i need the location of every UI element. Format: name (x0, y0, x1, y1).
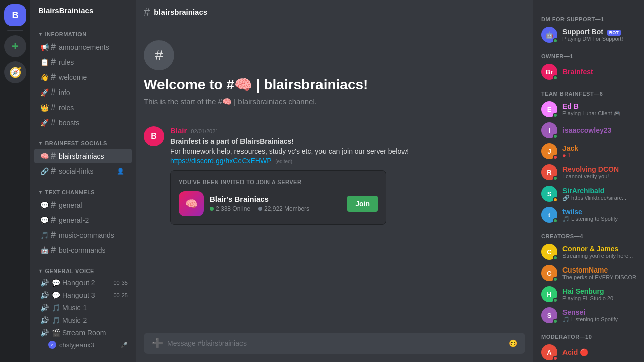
chat-input-field[interactable] (167, 339, 505, 347)
hash-icon: # (51, 102, 56, 113)
member-avatar-hai-senburg: H (541, 286, 557, 302)
channel-item-roles[interactable]: 👑 # roles (34, 100, 132, 115)
voice-channel-name-hangout-3: Hangout 3 (62, 291, 112, 299)
chevron-icon: ▼ (38, 141, 43, 146)
member-item-sirchibald[interactable]: S SirArchibald 🔗 https://linktr.ee/sirar… (537, 184, 640, 204)
server-icon-main[interactable]: B (4, 4, 26, 26)
server-divider (7, 30, 23, 31)
message-author-blair[interactable]: Blair (170, 126, 187, 135)
channel-item-social-links[interactable]: 🔗 # social-links 👤+ (34, 164, 132, 178)
member-status-customname: The perks of EVERY DISCORD... (562, 274, 636, 280)
channel-item-boosts[interactable]: 🚀 # boosts (34, 115, 132, 130)
member-item-hai-senburg[interactable]: H Hai Senburg Playing FL Studio 20 (537, 284, 640, 304)
invite-label: You've been invited to join a server (179, 179, 378, 185)
channel-item-music-commands[interactable]: 🎵 # music-commands (34, 228, 132, 242)
member-item-ed-b[interactable]: E Ed B Playing Lunar Client 🎮 (537, 99, 640, 119)
hash-icon: # (51, 57, 56, 67)
channel-name-social-links: social-links (59, 167, 115, 175)
voice-icon: 🔊 (40, 291, 49, 299)
channel-item-general-2[interactable]: 💬 # general-2 (34, 213, 132, 227)
member-avatar-sensei: S (541, 307, 557, 323)
voice-channel-music-1[interactable]: 🔊 🎵 Music 1 (34, 302, 132, 314)
channel-group-header-text[interactable]: ▼ Text Channels (30, 187, 136, 197)
channel-item-blairsbrainiacs[interactable]: 🧠 # blairsbrainiacs (34, 149, 132, 163)
hash-icon: # (51, 151, 56, 161)
member-item-customname[interactable]: C CustomName The perks of EVERY DISCORD.… (537, 263, 640, 283)
member-avatar-support-bot: 🤖 (541, 27, 557, 43)
message-link-blair[interactable]: https://discord.gg/hxCcCxEHWP (170, 157, 271, 165)
voice-channel-name-hangout-2: Hangout 2 (62, 279, 112, 287)
member-name-sensei: Sensei (562, 308, 636, 316)
member-item-revolving[interactable]: R Revolving DCON I cannot verify you! (537, 162, 640, 183)
status-dot-connor-james (553, 255, 558, 260)
invite-members-count: 22,922 Members (264, 205, 309, 212)
add-server-button[interactable]: + (4, 35, 26, 57)
channel-extra-social-links: 👤+ (117, 168, 128, 175)
chevron-icon: ▼ (38, 190, 43, 195)
member-status-jack: ● 1 (562, 152, 636, 158)
member-item-twilse[interactable]: t twilse 🎵 Listening to Spotify (537, 205, 640, 225)
main-content: # blairsbrainiacs # Welcome to #🧠 | blai… (136, 0, 533, 362)
member-info-sirchibald: SirArchibald 🔗 https://linktr.ee/sirarc.… (562, 187, 636, 201)
voice-channel-music-2[interactable]: 🔊 🎵 Music 2 (34, 314, 132, 326)
member-info-hai-senburg: Hai Senburg Playing FL Studio 20 (562, 287, 636, 301)
channel-emoji-bot-commands: 🤖 (40, 246, 49, 254)
member-avatar-acid: A (541, 344, 557, 360)
emoji-icon[interactable]: 😊 (509, 339, 517, 347)
channel-item-welcome[interactable]: 👋 # welcome (34, 70, 132, 84)
member-avatar-customname: C (541, 265, 557, 281)
voice-user-chstyjeanx3[interactable]: c chstyjeanx3 🎤 (34, 339, 132, 350)
member-info-isaac: isaaccowley23 (562, 126, 636, 134)
voice-user-name-chstyjeanx3: chstyjeanx3 (59, 341, 94, 349)
channel-group-header-information[interactable]: ▼ Information (30, 29, 136, 39)
member-avatar-twilse: t (541, 207, 557, 223)
channel-item-rules[interactable]: 📋 # rules (34, 55, 132, 69)
channel-group-header-voice[interactable]: ▼ General Voice (30, 266, 136, 276)
member-name-isaac: isaaccowley23 (562, 126, 636, 134)
channel-welcome: # Welcome to #🧠 | blairsbrainiacs! This … (144, 32, 525, 118)
user-avatar-chstyjeanx3: c (48, 341, 56, 349)
channel-emoji-music-commands: 🎵 (40, 231, 49, 239)
channel-name-bot-commands: bot-commands (59, 246, 128, 254)
channel-item-bot-commands[interactable]: 🤖 # bot-commands (34, 243, 132, 257)
member-item-jack[interactable]: J Jack ● 1 (537, 141, 640, 161)
member-item-sensei[interactable]: S Sensei 🎵 Listening to Spotify (537, 305, 640, 325)
message-body-blair: For homework help, resources, study vc's… (170, 147, 409, 155)
plus-icon[interactable]: ➕ (152, 338, 163, 349)
hash-icon: # (51, 87, 56, 98)
voice-icon: 🔊 (40, 304, 49, 312)
invite-stat-online: 2,338 Online (210, 205, 250, 212)
message-content-blair: Blair 02/01/2021 Brainfest is a part of … (170, 126, 525, 225)
voice-icon: 🔊 (40, 279, 49, 287)
member-item-isaac[interactable]: i isaaccowley23 (537, 120, 640, 140)
member-avatar-isaac: i (541, 122, 557, 138)
channel-name-roles: roles (59, 104, 128, 112)
channel-group-header-brainfest-socials[interactable]: ▼ Brainfest Socials (30, 138, 136, 148)
member-item-support-bot[interactable]: 🤖 Support Bot BOT Playing DM For Support… (537, 25, 640, 45)
member-item-brainfest[interactable]: Br Brainfest (537, 62, 640, 82)
voice-channel-hangout-3[interactable]: 🔊 💬 Hangout 3 00 25 (34, 289, 132, 301)
member-item-acid[interactable]: A Acid 🔴 (537, 342, 640, 362)
channel-item-announcements[interactable]: 📢 # announcements (34, 40, 132, 54)
member-status-sensei: 🎵 Listening to Spotify (562, 316, 636, 323)
member-info-revolving: Revolving DCON I cannot verify you! (562, 165, 636, 179)
channel-group-label-information: Information (45, 31, 86, 37)
voice-counts-hangout-2: 00 35 (114, 280, 128, 286)
invite-join-button[interactable]: Join (347, 196, 378, 212)
channel-item-info[interactable]: 🚀 # info (34, 85, 132, 100)
message-bold-brainfest: Brainfest is a part of BlairsBrainiacs! (170, 137, 294, 145)
voice-channel-stream-room[interactable]: 🔊 🎬 Stream Room (34, 327, 132, 339)
member-name-hai-senburg: Hai Senburg (562, 287, 636, 295)
member-item-connor-james[interactable]: C Connor & James Streaming you're only h… (537, 242, 640, 262)
channel-emoji-rules: 📋 (40, 58, 49, 66)
server-name[interactable]: BlairsBrainiacs (30, 0, 136, 21)
channel-item-general[interactable]: 💬 # general (34, 198, 132, 212)
invite-card: You've been invited to join a server 🧠 B… (170, 170, 386, 225)
channel-group-label-voice: General Voice (45, 268, 94, 274)
voice-icon: 🔊 (40, 316, 49, 324)
channel-name-music-commands: music-commands (59, 231, 128, 239)
hash-icon: # (51, 166, 56, 176)
explore-servers-button[interactable]: 🧭 (4, 61, 26, 83)
voice-channel-hangout-2[interactable]: 🔊 💬 Hangout 2 00 35 (34, 277, 132, 289)
member-info-sensei: Sensei 🎵 Listening to Spotify (562, 308, 636, 323)
